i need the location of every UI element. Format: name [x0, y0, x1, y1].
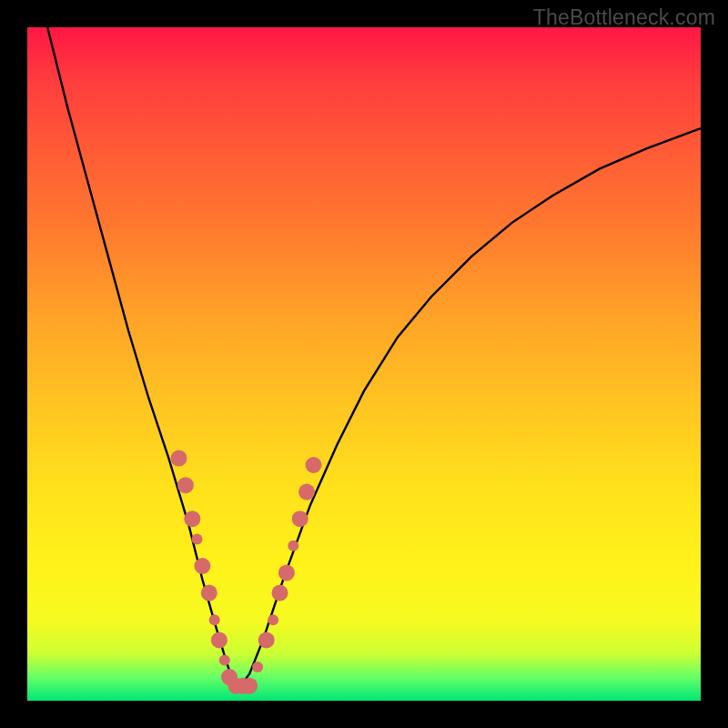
marker-group	[171, 450, 322, 694]
marker-point	[306, 457, 322, 473]
watermark-label: TheBottleneck.com	[533, 5, 715, 30]
marker-point	[184, 511, 200, 527]
plot-area	[27, 27, 701, 701]
marker-point	[211, 632, 228, 648]
marker-point	[219, 655, 230, 666]
marker-point	[171, 450, 187, 467]
curve-line	[47, 27, 701, 687]
marker-point	[268, 614, 278, 625]
marker-point	[241, 678, 258, 694]
marker-point	[298, 484, 315, 500]
marker-point	[272, 585, 288, 602]
marker-point	[292, 511, 308, 527]
marker-point	[288, 541, 298, 551]
marker-point	[194, 558, 210, 574]
marker-point	[201, 585, 217, 602]
marker-point	[252, 662, 263, 672]
marker-point	[177, 477, 194, 493]
chart-svg	[27, 27, 701, 701]
marker-point	[209, 614, 220, 625]
chart-frame: TheBottleneck.com	[0, 0, 728, 728]
marker-point	[192, 533, 203, 544]
marker-point	[258, 632, 275, 648]
marker-point	[278, 564, 295, 581]
